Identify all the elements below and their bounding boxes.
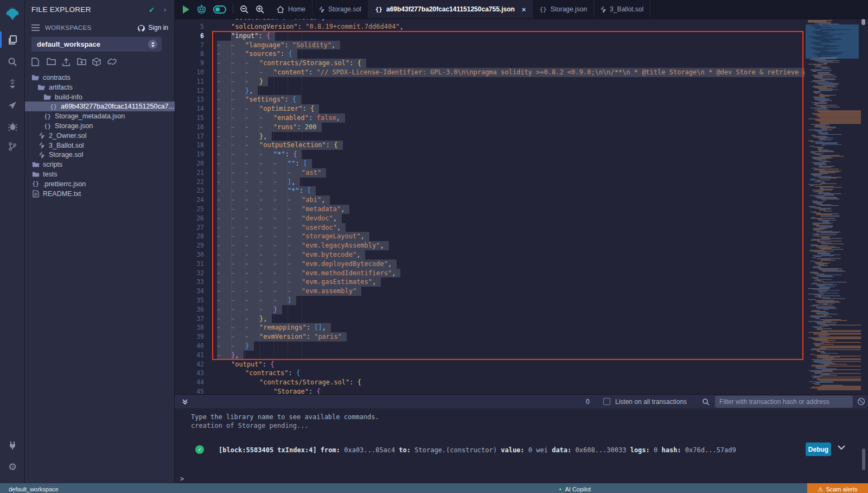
tab-label: Storage.json — [551, 5, 587, 13]
statusbar-workspace[interactable]: default_workspace — [9, 486, 59, 492]
code-line-35: →→→→→] — [217, 296, 805, 305]
code-line-13: →→"settings": { — [217, 95, 805, 104]
tree-item-a69b43f277ba20fcac141151250ca7-[interactable]: {}a69b43f277ba20fcac141151250ca7... — [25, 102, 175, 111]
expand-terminal-icon[interactable] — [182, 399, 188, 405]
file-explorer-icon[interactable] — [0, 30, 25, 49]
tab-home[interactable]: Home — [270, 0, 312, 18]
code-line-5: "solcLongVersion": "0.8.19+commit.7dd6d4… — [217, 22, 805, 31]
tree-item-storage-sol[interactable]: Storage.sol — [25, 150, 175, 160]
sol-icon — [37, 151, 46, 159]
search-icon[interactable] — [0, 53, 25, 71]
minimap[interactable] — [805, 19, 868, 394]
transaction-filter-input[interactable] — [715, 396, 853, 408]
tree-item-2-owner-sol[interactable]: 2_Owner.sol — [25, 131, 175, 141]
scam-alerts-badge[interactable]: ⚠ Scam alerts — [807, 483, 868, 493]
code-line-21: →→→→→→"ast" — [217, 168, 805, 178]
code-line-40: →→} — [217, 342, 805, 351]
line-number: 10 — [179, 68, 204, 77]
close-tab-icon[interactable]: × — [522, 5, 526, 14]
line-number: 23 — [179, 186, 204, 195]
debugger-icon[interactable] — [0, 117, 25, 135]
tab-storage-json[interactable]: {}Storage.json — [533, 0, 594, 18]
tree-item-label: .prettierrc.json — [43, 180, 86, 188]
upload-file-icon[interactable] — [62, 58, 71, 67]
tx-summary: [block:5583405 txIndex:4] from: 0xa03...… — [219, 446, 736, 454]
git-icon[interactable] — [0, 137, 25, 156]
terminal-toolbar: 0 Listen on all transactions — [175, 394, 868, 408]
tree-item-tests[interactable]: tests — [25, 169, 175, 179]
line-number: 8 — [179, 49, 204, 59]
ai-assistant-robot-icon[interactable] — [196, 4, 207, 14]
code-line-42: "output": { — [217, 360, 805, 369]
editor-scrollbar[interactable] — [861, 19, 865, 25]
code-line-18: →→→"outputSelection": { — [217, 141, 805, 150]
debug-button[interactable]: Debug — [806, 443, 831, 456]
toggle-switch-icon[interactable] — [213, 5, 226, 14]
new-folder-icon[interactable] — [47, 58, 56, 67]
terminal-prompt[interactable]: > — [180, 475, 184, 483]
terminal-search-icon — [702, 398, 710, 406]
tree-item-label: README.txt — [43, 190, 81, 198]
code-line-34: →→→→→→"evm.assembly" — [217, 287, 805, 296]
listen-all-checkbox[interactable] — [603, 398, 610, 405]
workspace-select[interactable]: default_workspace — [31, 37, 162, 52]
tab-label: Storage.sol — [328, 5, 361, 13]
transaction-log-row[interactable]: ✓ [block:5583405 txIndex:4] from: 0xa03.… — [175, 441, 868, 458]
zoom-out-icon[interactable] — [240, 5, 249, 14]
code-line-25: →→→→→→"metadata", — [217, 205, 805, 214]
solidity-compiler-icon[interactable] — [0, 74, 25, 93]
code-line-12: →→}, — [217, 86, 805, 96]
json-icon: {} — [49, 103, 58, 110]
upload-folder-icon[interactable] — [77, 58, 86, 67]
new-file-icon[interactable] — [31, 58, 41, 67]
collapse-panel-chevron-icon[interactable]: › — [164, 5, 166, 14]
code-line-14: →→→"optimizer": { — [217, 104, 805, 113]
tree-item-artifacts[interactable]: artifacts — [25, 83, 175, 92]
code-line-8: →→"sources": { — [217, 49, 805, 59]
line-number: 6 — [179, 31, 204, 41]
sign-in-button[interactable]: Sign in — [137, 24, 168, 31]
tx-expand-chevron-icon[interactable] — [838, 445, 845, 450]
tree-item-build-info[interactable]: build-info — [25, 92, 175, 102]
clear-console-icon[interactable] — [857, 397, 865, 406]
code-line-27: →→→→→→"userdoc", — [217, 223, 805, 232]
tree-item-scripts[interactable]: scripts — [25, 160, 175, 169]
tree-item--prettierrc-json[interactable]: {}.prettierrc.json — [25, 179, 175, 189]
tab-3-ballot-sol[interactable]: 3_Ballot.sol — [594, 0, 650, 18]
zoom-in-icon[interactable] — [256, 5, 265, 14]
deploy-run-icon[interactable] — [0, 96, 25, 115]
sol-icon — [37, 142, 46, 149]
code-line-26: →→→→→→"devdoc", — [217, 214, 805, 223]
terminal-scrollbar[interactable] — [862, 448, 865, 470]
tab-storage-sol[interactable]: Storage.sol — [312, 0, 368, 18]
settings-gear-icon[interactable]: ⚙ — [0, 457, 25, 476]
line-number: 42 — [179, 360, 204, 369]
tree-item-label: Storage_metadata.json — [55, 112, 125, 120]
tree-item-readme-txt[interactable]: README.txt — [25, 189, 175, 199]
run-script-play-icon[interactable] — [182, 5, 190, 14]
tab-bar: HomeStorage.sol{}a69b43f277ba20fcac14115… — [175, 0, 868, 19]
terminal-output[interactable]: Type the library name to see available c… — [175, 408, 868, 483]
tree-item-3-ballot-sol[interactable]: 3_Ballot.sol — [25, 141, 175, 150]
code-line-32: →→→→→→"evm.methodIdentifiers", — [217, 269, 805, 278]
tree-item-label: artifacts — [49, 84, 73, 91]
line-number: 11 — [179, 77, 204, 86]
workspaces-menu-icon[interactable] — [31, 24, 40, 31]
tab-label: 3_Ballot.sol — [610, 5, 643, 13]
code-editor[interactable]: 4567891011121314151617181920212223242526… — [175, 19, 868, 394]
ipfs-box-icon[interactable] — [92, 58, 101, 67]
tree-item-label: Storage.sol — [49, 151, 83, 159]
tab-a69b43f277ba20fcac141151250ca755-json[interactable]: {}a69b43f277ba20fcac141151250ca755.json× — [368, 0, 533, 18]
terminal-tip-line: Type the library name to see available c… — [191, 413, 379, 421]
code-line-44: "contracts/Storage.sol": { — [217, 378, 805, 387]
plugin-manager-icon[interactable] — [0, 435, 25, 454]
tree-item-contracts[interactable]: contracts — [25, 73, 175, 83]
line-number: 29 — [179, 241, 204, 250]
tree-item-storage-metadata-json[interactable]: {}Storage_metadata.json — [25, 111, 175, 121]
code-line-10: →→→→"content": "// SPDX-License-Identifi… — [217, 68, 805, 77]
tree-item-storage-json[interactable]: {}Storage.json — [25, 121, 175, 131]
remix-logo-icon[interactable] — [0, 4, 25, 23]
tree-item-label: 3_Ballot.sol — [49, 142, 84, 149]
link-icon[interactable] — [107, 58, 117, 67]
indent-guide — [302, 31, 302, 360]
